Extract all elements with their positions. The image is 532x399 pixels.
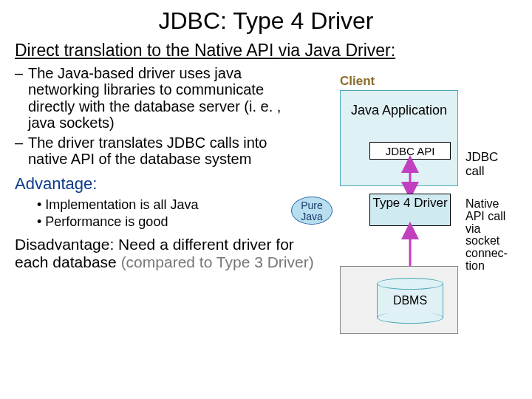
- advantage-heading: Advantage:: [15, 174, 310, 194]
- bidirectional-arrow-icon: [404, 161, 416, 194]
- slide-subtitle: Direct translation to the Native API via…: [0, 35, 532, 65]
- dbms-cylinder-icon: DBMS: [377, 278, 443, 324]
- dbms-label: DBMS: [377, 294, 443, 307]
- jdbc-call-label: JDBC call: [466, 151, 510, 178]
- client-label: Client: [340, 74, 375, 89]
- jdbc-api-box: JDBC API: [369, 142, 451, 160]
- main-bullet-list: The Java-based driver uses java networki…: [15, 65, 310, 167]
- pure-java-badge: Pure Java: [291, 197, 332, 225]
- java-application-label: Java Application: [350, 103, 448, 117]
- slide-title: JDBC: Type 4 Driver: [0, 0, 532, 35]
- advantage-list: Implementation is all Java Performance i…: [15, 197, 310, 230]
- bullet-item: The driver translates JDBC calls into na…: [28, 134, 310, 168]
- disadvantage-label: Disadvantage:: [15, 236, 118, 253]
- native-api-call-label: Native API call via socket connec-tion: [466, 198, 517, 273]
- advantage-item: Implementation is all Java: [37, 197, 310, 214]
- advantage-item: Performance is good: [37, 214, 310, 231]
- bullet-item: The Java-based driver uses java networki…: [28, 65, 310, 132]
- disadvantage-note: (compared to Type 3 Driver): [121, 253, 314, 270]
- architecture-diagram: Client Java Application JDBC API Type 4 …: [318, 74, 525, 369]
- type4-driver-box: Type 4 Driver: [369, 194, 451, 226]
